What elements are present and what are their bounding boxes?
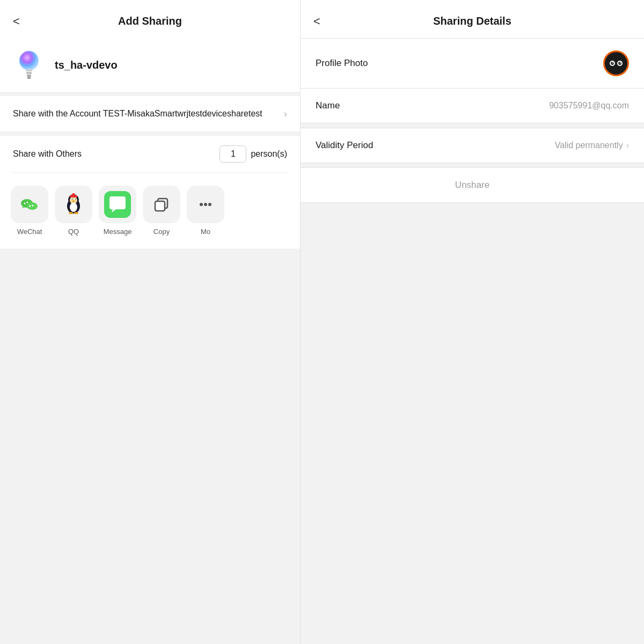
- svg-rect-3: [27, 75, 31, 77]
- qq-label: QQ: [68, 228, 79, 236]
- copy-label: Copy: [153, 228, 170, 236]
- divider-2: [0, 131, 300, 136]
- left-header: < Add Sharing: [0, 0, 300, 38]
- left-panel: < Add Sharing: [0, 0, 301, 644]
- left-back-button[interactable]: <: [13, 14, 20, 28]
- qq-app[interactable]: QQ: [55, 186, 92, 236]
- svg-point-35: [606, 54, 626, 73]
- copy-app[interactable]: Copy: [143, 186, 180, 236]
- svg-point-33: [204, 203, 207, 206]
- svg-point-24: [74, 212, 78, 214]
- apps-row: WeChat: [0, 173, 300, 248]
- device-row: ts_ha-vdevo: [0, 38, 300, 92]
- svg-point-11: [32, 205, 34, 207]
- validity-chevron-icon: ›: [626, 141, 629, 150]
- message-icon-wrap: [99, 186, 136, 223]
- validity-label: Validity Period: [316, 140, 555, 151]
- share-others-row: Share with Others 1 person(s): [0, 136, 300, 172]
- wechat-label: WeChat: [17, 228, 42, 236]
- right-header: < Sharing Details: [301, 0, 644, 38]
- validity-value: Valid permanently: [555, 141, 623, 150]
- validity-row[interactable]: Validity Period Valid permanently ›: [301, 128, 644, 163]
- more-label: Mo: [201, 228, 210, 236]
- share-account-text: Share with the Account TEST-MisakaSmartw…: [13, 108, 284, 120]
- svg-point-21: [72, 201, 75, 202]
- name-label: Name: [316, 100, 549, 111]
- svg-point-34: [208, 203, 211, 206]
- profile-photo-row: Profile Photo: [301, 39, 644, 88]
- message-label: Message: [104, 228, 132, 236]
- profile-photo-label: Profile Photo: [316, 58, 603, 69]
- left-bottom-area: [0, 248, 300, 644]
- svg-point-32: [200, 203, 203, 206]
- device-icon: [13, 49, 45, 81]
- qq-icon-wrap: [55, 186, 92, 223]
- svg-point-22: [70, 202, 77, 212]
- unshare-row[interactable]: Unshare: [301, 168, 644, 202]
- svg-point-9: [27, 202, 28, 203]
- name-value: 903575991@qq.com: [549, 101, 629, 111]
- svg-rect-2: [26, 72, 32, 74]
- right-back-button[interactable]: <: [313, 14, 320, 28]
- svg-point-23: [69, 212, 73, 214]
- device-name: ts_ha-vdevo: [55, 59, 118, 71]
- left-header-title: Add Sharing: [13, 15, 287, 27]
- profile-photo-icon: [603, 50, 629, 76]
- svg-point-41: [620, 62, 621, 63]
- svg-point-39: [618, 62, 621, 65]
- wechat-app[interactable]: WeChat: [11, 186, 48, 236]
- more-app[interactable]: Mo: [187, 186, 224, 236]
- person-unit: person(s): [251, 149, 287, 159]
- svg-point-40: [612, 62, 613, 63]
- chevron-right-icon: ›: [284, 108, 287, 120]
- svg-point-10: [30, 206, 31, 207]
- share-account-row[interactable]: Share with the Account TEST-MisakaSmartw…: [0, 96, 300, 131]
- wechat-icon-wrap: [11, 186, 48, 223]
- svg-rect-26: [72, 193, 75, 196]
- right-header-title: Sharing Details: [313, 15, 631, 27]
- divider-1: [0, 92, 300, 96]
- svg-rect-30: [155, 201, 165, 211]
- section-divider: [301, 123, 644, 128]
- svg-point-38: [611, 62, 614, 65]
- svg-point-8: [24, 203, 26, 204]
- message-app[interactable]: Message: [99, 186, 136, 236]
- unshare-label: Unshare: [455, 180, 489, 191]
- svg-point-20: [75, 199, 76, 200]
- right-bottom-area: [301, 203, 644, 644]
- section-divider-2: [301, 163, 644, 167]
- svg-rect-1: [26, 69, 32, 71]
- right-panel: < Sharing Details Profile Photo Name 903…: [301, 0, 644, 644]
- share-others-label: Share with Others: [13, 149, 219, 159]
- person-count-box: 1: [219, 145, 246, 163]
- svg-point-19: [72, 199, 73, 200]
- copy-icon-wrap: [143, 186, 180, 223]
- svg-rect-4: [27, 77, 31, 79]
- more-icon-wrap: [187, 186, 224, 223]
- name-row: Name 903575991@qq.com: [301, 89, 644, 123]
- svg-point-0: [19, 51, 39, 70]
